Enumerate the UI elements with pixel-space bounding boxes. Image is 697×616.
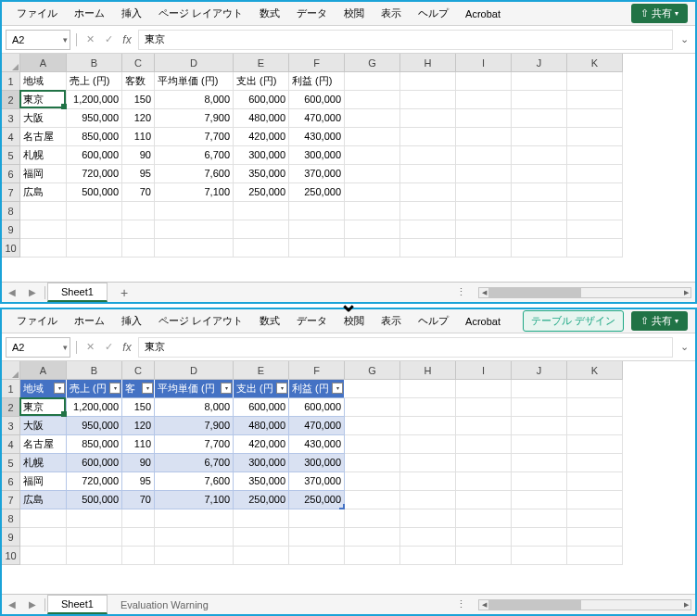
row-header[interactable]: 10 (2, 239, 19, 258)
cell[interactable]: 250,000 (234, 491, 289, 509)
row-header[interactable]: 4 (2, 128, 19, 146)
nav-prev-icon[interactable]: ◀ (2, 287, 22, 297)
cell[interactable]: 客数 (122, 72, 155, 91)
row-header[interactable]: 5 (2, 146, 19, 165)
row-header[interactable]: 4 (2, 435, 19, 454)
row-header[interactable]: 2 (2, 91, 19, 109)
cell[interactable]: 850,000 (67, 128, 122, 146)
cell[interactable]: 370,000 (289, 472, 345, 491)
cell[interactable]: 350,000 (234, 165, 289, 183)
col-header[interactable]: I (456, 361, 512, 379)
confirm-icon[interactable]: ✓ (101, 340, 116, 355)
filter-dropdown-icon[interactable]: ▾ (276, 383, 287, 394)
col-header[interactable]: G (345, 361, 400, 379)
cell[interactable]: 名古屋 (20, 128, 67, 146)
cell[interactable]: 600,000 (289, 91, 345, 109)
cell[interactable]: 150 (122, 398, 155, 417)
tab-review[interactable]: 校閲 (336, 3, 372, 24)
cell[interactable]: 札幌 (20, 146, 67, 165)
col-header[interactable]: A (20, 361, 67, 379)
chevron-down-icon[interactable]: ▾ (63, 343, 68, 352)
tab-home[interactable]: ホーム (67, 310, 112, 332)
cell[interactable]: 大阪 (20, 417, 67, 435)
filter-dropdown-icon[interactable]: ▾ (142, 383, 153, 394)
row-header[interactable]: 5 (2, 454, 19, 472)
cell[interactable]: 1,200,000 (67, 398, 122, 417)
col-header[interactable]: C (122, 361, 155, 379)
cell[interactable]: 600,000 (234, 398, 289, 417)
cell[interactable]: 福岡 (20, 165, 67, 183)
cell[interactable]: 120 (122, 417, 155, 435)
sheet-tab[interactable]: Sheet1 (47, 595, 108, 614)
cell[interactable]: 480,000 (234, 417, 289, 435)
col-header[interactable]: K (567, 54, 623, 71)
expand-icon[interactable]: ⌄ (677, 341, 691, 353)
table-header[interactable]: 売上 (円▾ (67, 380, 122, 398)
cell[interactable]: 売上 (円) (67, 72, 122, 91)
row-header[interactable]: 3 (2, 417, 19, 435)
tab-help[interactable]: ヘルプ (411, 3, 456, 24)
row-header[interactable]: 2 (2, 398, 19, 417)
cell[interactable]: 420,000 (234, 435, 289, 454)
cell[interactable]: 福岡 (20, 472, 67, 491)
formula-input[interactable]: 東京 (138, 337, 673, 358)
tab-formulas[interactable]: 数式 (252, 310, 287, 332)
horizontal-scrollbar[interactable]: ◀ ▶ (478, 287, 691, 298)
cell[interactable]: 470,000 (289, 417, 345, 435)
tab-data[interactable]: データ (289, 310, 335, 332)
cell[interactable]: 600,000 (289, 398, 345, 417)
cell[interactable]: 8,000 (155, 398, 234, 417)
tab-layout[interactable]: ページ レイアウト (151, 3, 250, 24)
col-header[interactable]: J (512, 361, 567, 379)
tab-home[interactable]: ホーム (67, 3, 112, 24)
filter-dropdown-icon[interactable]: ▾ (109, 383, 120, 394)
cell[interactable]: 6,700 (155, 146, 234, 165)
nav-next-icon[interactable]: ▶ (22, 287, 43, 297)
tab-acrobat[interactable]: Acrobat (458, 312, 508, 331)
cell[interactable]: 250,000 (289, 183, 345, 202)
col-header[interactable]: H (400, 361, 456, 379)
cell[interactable]: 250,000 (234, 183, 289, 202)
sheet-tab[interactable]: Sheet1 (47, 283, 108, 302)
cell[interactable]: 430,000 (289, 128, 345, 146)
row-header[interactable]: 6 (2, 165, 19, 183)
cell[interactable]: 1,200,000 (67, 91, 122, 109)
cell[interactable]: 480,000 (234, 109, 289, 128)
row-header[interactable]: 9 (2, 220, 19, 239)
row-header[interactable]: 10 (2, 547, 19, 565)
cell[interactable]: 東京 (20, 398, 67, 417)
cell[interactable]: 90 (122, 146, 155, 165)
col-header[interactable]: J (512, 54, 567, 71)
cell[interactable]: 70 (122, 183, 155, 202)
cell[interactable]: 950,000 (67, 417, 122, 435)
cell[interactable]: 600,000 (67, 454, 122, 472)
tab-data[interactable]: データ (289, 3, 335, 24)
row-header[interactable]: 6 (2, 472, 19, 491)
chevron-down-icon[interactable]: ▾ (63, 35, 68, 44)
cell[interactable]: 600,000 (234, 91, 289, 109)
share-button[interactable]: ⇧共有▾ (631, 4, 688, 23)
col-header[interactable]: G (345, 54, 400, 71)
cell[interactable]: 札幌 (20, 454, 67, 472)
horizontal-scrollbar[interactable]: ◀ ▶ (478, 599, 691, 610)
formula-input[interactable]: 東京 (138, 30, 673, 50)
cell[interactable]: 90 (122, 454, 155, 472)
row-header[interactable]: 3 (2, 109, 19, 128)
cell[interactable]: 7,700 (155, 435, 234, 454)
table-header[interactable]: 地域▾ (20, 380, 67, 398)
col-header[interactable]: K (567, 361, 623, 379)
cell[interactable]: 95 (122, 165, 155, 183)
tab-formulas[interactable]: 数式 (252, 3, 287, 24)
cell[interactable]: 95 (122, 472, 155, 491)
row-header[interactable]: 1 (2, 380, 19, 398)
tab-view[interactable]: 表示 (374, 310, 409, 332)
cell[interactable]: 7,900 (155, 417, 234, 435)
col-header[interactable]: E (234, 361, 289, 379)
tab-acrobat[interactable]: Acrobat (458, 5, 508, 23)
cell[interactable]: 広島 (20, 491, 67, 509)
cell[interactable]: 370,000 (289, 165, 345, 183)
cell[interactable]: 150 (122, 91, 155, 109)
cell[interactable]: 支出 (円) (234, 72, 289, 91)
cell[interactable]: 8,000 (155, 91, 234, 109)
cell[interactable]: 東京 (20, 91, 67, 109)
